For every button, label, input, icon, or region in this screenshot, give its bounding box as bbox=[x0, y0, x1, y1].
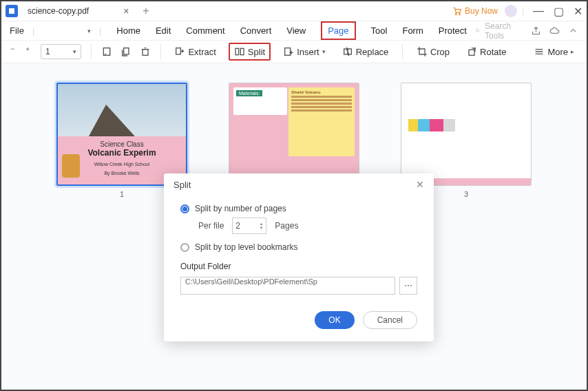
app-icon bbox=[6, 5, 18, 17]
stepper-down-icon[interactable]: ▼ bbox=[259, 226, 263, 230]
extract-button[interactable]: Extract bbox=[170, 43, 220, 60]
svg-rect-8 bbox=[124, 48, 129, 54]
split-button[interactable]: Split bbox=[229, 43, 271, 61]
split-icon bbox=[234, 46, 245, 57]
print-dropdown-icon[interactable]: ▾ bbox=[87, 28, 91, 34]
pages-label: Pages bbox=[275, 221, 298, 231]
menu-home[interactable]: Home bbox=[116, 25, 140, 36]
replace-label: Replace bbox=[356, 47, 389, 57]
per-file-input[interactable]: 2 ▲ ▼ bbox=[232, 218, 266, 234]
document-tab[interactable]: science-copy.pdf × bbox=[22, 2, 134, 20]
minimize-button[interactable]: ― bbox=[533, 5, 544, 18]
page-thumbnail-1[interactable]: Science Class Volcanic Experim Willow Cr… bbox=[56, 83, 187, 186]
split-label: Split bbox=[248, 47, 265, 57]
output-folder-input[interactable]: C:\Users\Geili\Desktop\PDFelement\Sp bbox=[180, 277, 395, 295]
file-menu[interactable]: File bbox=[10, 25, 24, 36]
per-file-value: 2 bbox=[235, 221, 240, 231]
svg-rect-12 bbox=[240, 48, 244, 54]
collapse-ribbon-icon[interactable] bbox=[568, 25, 578, 36]
close-window-button[interactable]: ✕ bbox=[574, 5, 582, 18]
radio-split-by-pages-label: Split by number of pages bbox=[195, 204, 286, 213]
svg-rect-7 bbox=[103, 48, 109, 56]
menu-edit[interactable]: Edit bbox=[156, 25, 171, 36]
svg-rect-10 bbox=[176, 48, 181, 54]
svg-point-1 bbox=[459, 14, 461, 15]
more-button[interactable]: More ▸ bbox=[529, 43, 578, 60]
extract-label: Extract bbox=[188, 47, 216, 57]
svg-rect-16 bbox=[469, 50, 474, 55]
thumb1-line4: By Brooke Wells bbox=[63, 171, 180, 176]
page-copy-icon[interactable] bbox=[120, 46, 132, 57]
radio-split-by-pages[interactable] bbox=[180, 204, 189, 213]
zoom-value: 1 bbox=[45, 47, 50, 56]
dialog-title: Split bbox=[174, 180, 191, 190]
insert-caret-icon: ▾ bbox=[322, 48, 326, 55]
menu-form[interactable]: Form bbox=[402, 25, 423, 36]
extract-icon bbox=[174, 46, 185, 57]
replace-icon bbox=[342, 46, 353, 57]
undo-icon[interactable] bbox=[61, 25, 61, 36]
search-placeholder: Search Tools bbox=[485, 21, 514, 41]
share-icon[interactable] bbox=[531, 25, 541, 36]
maximize-button[interactable]: ▢ bbox=[554, 5, 564, 18]
svg-point-6 bbox=[476, 29, 479, 32]
radio-split-by-bookmarks-label: Split by top level bookmarks bbox=[195, 242, 297, 252]
replace-button[interactable]: Replace bbox=[338, 43, 393, 60]
user-avatar[interactable] bbox=[505, 5, 517, 17]
thumb2-materials: Materials: bbox=[236, 90, 262, 96]
menu-page[interactable]: Page bbox=[321, 21, 355, 40]
delete-page-icon[interactable] bbox=[140, 46, 151, 57]
svg-rect-13 bbox=[285, 48, 291, 56]
insert-button[interactable]: Insert ▾ bbox=[279, 43, 330, 60]
thumb1-line1: Science Class bbox=[63, 140, 180, 148]
cancel-button[interactable]: Cancel bbox=[363, 311, 417, 329]
cancel-label: Cancel bbox=[377, 315, 403, 325]
zoom-level-input[interactable]: 1 ▾ bbox=[41, 44, 81, 59]
menu-view[interactable]: View bbox=[286, 25, 306, 36]
zoom-dropdown-icon[interactable]: ▾ bbox=[73, 48, 76, 55]
rotate-button[interactable]: Rotate bbox=[462, 43, 510, 60]
rotate-label: Rotate bbox=[480, 47, 506, 57]
menu-convert[interactable]: Convert bbox=[240, 25, 272, 36]
menu-tool[interactable]: Tool bbox=[371, 25, 388, 36]
rotate-icon bbox=[466, 46, 477, 57]
thumb2-yellow-title: Shield Volcano bbox=[291, 90, 352, 94]
print-icon[interactable] bbox=[78, 25, 79, 36]
thumb1-line3: Willow Creek High School bbox=[63, 162, 180, 167]
split-dialog: Split ✕ Split by number of pages Per fil… bbox=[164, 173, 434, 341]
page-number-1: 1 bbox=[120, 190, 124, 198]
more-icon bbox=[534, 46, 545, 57]
add-tab-button[interactable]: + bbox=[137, 5, 154, 17]
save-icon[interactable] bbox=[43, 25, 43, 36]
page-number-3: 3 bbox=[464, 190, 468, 198]
insert-label: Insert bbox=[297, 47, 319, 57]
buy-now-link[interactable]: Buy Now bbox=[452, 6, 498, 16]
more-label: More bbox=[547, 47, 568, 57]
crop-label: Crop bbox=[430, 47, 450, 57]
svg-point-0 bbox=[455, 14, 456, 15]
page-thumbnail-2[interactable]: Materials: Shield Volcano bbox=[229, 83, 359, 186]
email-icon[interactable] bbox=[52, 25, 52, 36]
zoom-out-icon[interactable] bbox=[10, 46, 15, 57]
browse-folder-button[interactable]: ⋯ bbox=[399, 277, 417, 295]
redo-icon[interactable] bbox=[70, 25, 70, 36]
thumb1-line2: Volcanic Experim bbox=[63, 148, 180, 158]
page-box-icon[interactable] bbox=[101, 46, 112, 57]
crop-button[interactable]: Crop bbox=[412, 43, 454, 60]
output-folder-path: C:\Users\Geili\Desktop\PDFelement\Sp bbox=[185, 277, 317, 286]
page-thumbnail-3[interactable]: Periodic Table Chemical Formula H-O-O-H bbox=[401, 83, 532, 186]
dialog-close-icon[interactable]: ✕ bbox=[416, 179, 424, 190]
zoom-in-icon[interactable] bbox=[25, 46, 30, 57]
more-caret-icon: ▸ bbox=[571, 48, 574, 55]
menu-comment[interactable]: Comment bbox=[186, 25, 224, 36]
svg-rect-11 bbox=[235, 48, 239, 54]
search-tools[interactable]: Search Tools bbox=[475, 21, 514, 41]
ok-label: OK bbox=[328, 315, 340, 325]
cloud-icon[interactable] bbox=[549, 25, 560, 36]
avatar-menu-icon[interactable]: ⋮ bbox=[520, 8, 526, 15]
insert-icon bbox=[283, 46, 294, 57]
radio-split-by-bookmarks[interactable] bbox=[180, 243, 189, 252]
menu-protect[interactable]: Protect bbox=[439, 25, 467, 36]
close-tab-icon[interactable]: × bbox=[123, 6, 129, 17]
ok-button[interactable]: OK bbox=[315, 311, 354, 329]
